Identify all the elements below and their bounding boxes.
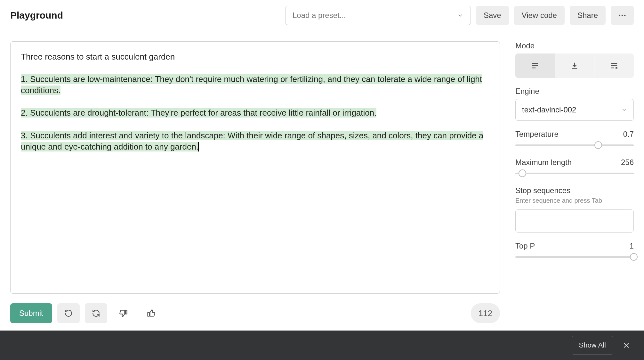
left-column: Three reasons to start a succulent garde… [10,41,500,323]
stop-input[interactable] [515,209,634,233]
engine-section: Engine text-davinci-002 [515,87,634,121]
temperature-section: Temperature 0.7 [515,130,634,149]
action-bar: Submit 112 [10,303,500,323]
temperature-label: Temperature [515,130,559,139]
completion-line: 1. Succulents are low-maintenance: They … [21,74,482,95]
submit-button[interactable]: Submit [10,303,52,323]
engine-select[interactable]: text-davinci-002 [515,99,634,121]
page-title: Playground [10,10,63,21]
maxlen-section: Maximum length 256 [515,158,634,177]
completion-line: 2. Succulents are drought-tolerant: They… [21,108,376,118]
mode-toggle [515,53,634,78]
save-button[interactable]: Save [476,6,509,25]
thumbs-down-button[interactable] [112,303,135,323]
temperature-value: 0.7 [623,130,634,139]
svg-point-1 [622,15,623,16]
topp-label: Top P [515,241,535,250]
footer-bar: Show All [0,331,644,333]
svg-point-0 [619,15,621,16]
stop-hint: Enter sequence and press Tab [515,197,634,204]
engine-value: text-davinci-002 [522,105,576,114]
more-button[interactable] [611,6,634,25]
mode-edit-button[interactable] [594,53,634,78]
refresh-icon [92,309,100,317]
editor[interactable]: Three reasons to start a succulent garde… [10,41,500,294]
maxlen-label: Maximum length [515,158,572,167]
thumbs-up-icon [147,309,156,318]
stop-section: Stop sequences Enter sequence and press … [515,186,634,233]
ellipsis-icon [618,11,627,20]
mode-insert-button[interactable] [555,53,594,78]
slider-thumb[interactable] [519,169,526,177]
chevron-down-icon [621,107,627,113]
view-code-button[interactable]: View code [514,6,565,25]
header: Playground Load a preset... Save View co… [0,0,644,31]
topp-section: Top P 1 [515,241,634,261]
slider-thumb[interactable] [594,141,602,149]
thumbs-up-button[interactable] [140,303,162,323]
engine-label: Engine [515,87,634,96]
insert-icon [570,61,579,70]
maxlen-value: 256 [621,158,634,167]
temperature-slider[interactable] [515,141,634,149]
main: Three reasons to start a succulent garde… [0,31,644,333]
edit-lines-icon [610,61,619,70]
preset-placeholder: Load a preset... [293,11,346,20]
thumbs-down-icon [119,309,128,318]
undo-icon [64,309,73,317]
chevron-down-icon [457,12,463,19]
mode-complete-button[interactable] [515,53,555,78]
sidebar: Mode Engine text-davinci-002 [515,41,634,323]
topp-value: 1 [630,241,634,250]
token-count: 112 [471,303,500,323]
slider-thumb[interactable] [630,253,638,261]
maxlen-slider[interactable] [515,169,634,177]
stop-label: Stop sequences [515,186,634,195]
text-cursor [198,142,199,151]
topp-slider[interactable] [515,253,634,261]
regenerate-button[interactable] [85,303,107,323]
mode-label: Mode [515,41,634,50]
preset-select[interactable]: Load a preset... [285,6,471,25]
svg-point-2 [624,15,626,16]
undo-button[interactable] [57,303,80,323]
mode-section: Mode [515,41,634,78]
editor-prompt: Three reasons to start a succulent garde… [21,52,175,61]
completion-line: 3. Succulents add interest and variety t… [21,131,483,151]
text-lines-icon [530,61,539,70]
share-button[interactable]: Share [570,6,606,25]
